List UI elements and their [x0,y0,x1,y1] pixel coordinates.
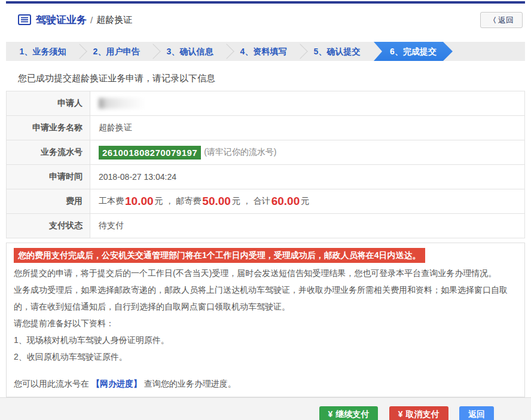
continue-payment-label: 继续支付 [335,409,369,419]
breadcrumb-current: 超龄换证 [96,14,132,26]
success-message: 您已成功提交超龄换证业务申请，请记录以下信息 [6,73,525,84]
progress-status-link[interactable]: 【网办进度】 [91,379,142,388]
return-button-label: 返回 [468,409,485,419]
note-paragraph: 您所提交的申请，将于提交后的一个工作日(不含当天)受理，届时会发送短信告知受理结… [14,265,517,281]
row-label: 支付状态 [7,214,90,238]
breadcrumb-separator: / [90,15,93,25]
serial-number-note: (请牢记你的流水号) [204,147,276,158]
footer-action-bar: ¥继续支付 ¥取消支付 返回 [0,397,531,420]
fee-amount-postage: 50.00 [201,195,232,208]
step-6-complete-submit-active: 6、完成提交 [374,42,453,61]
yuan-icon: ¥ [328,409,333,419]
step-label: 2、用户申告 [93,47,140,56]
note-paragraph: 业务成功受理后，如果选择邮政寄递的，邮政人员将上门送达机动车驾驶证，并收取办理业… [14,281,517,315]
table-row-business-name: 申请业务名称 超龄换证 [7,116,524,140]
step-label: 3、确认信息 [167,47,213,56]
serial-number-badge: 261001808270079197 [99,146,201,160]
row-value [90,91,524,115]
return-button[interactable]: 返回 [459,406,494,420]
application-info-table: 申请人 申请业务名称 超龄换证 业务流水号 261001808270079197… [6,91,525,238]
fee-text: 元 ， 合计 [232,196,270,207]
fee-text: 元 [301,196,309,207]
note-list-item: 2、收回原机动车驾驶证原件。 [14,348,517,365]
table-row-apply-time: 申请时间 2018-08-27 13:04:24 [7,165,524,189]
alert-banner: 您的费用支付完成后，公安机关交通管理部门将在1个工作日内受理，受理成功后，邮政人… [14,248,425,263]
fee-text: 元 ， 邮寄费 [155,196,202,207]
step-4-fill-data: 4、资料填写 [227,42,300,61]
row-value: 261001808270079197 (请牢记你的流水号) [90,140,524,164]
step-3-confirm-info: 3、确认信息 [153,42,227,61]
steps-progress-bar: 1、业务须知 2、用户申告 3、确认信息 4、资料填写 5、确认提交 6、完成提… [6,42,525,61]
row-label: 费用 [7,189,90,213]
table-row-pay-status: 支付状态 待支付 [7,214,524,238]
row-value: 工本费 10.00 元 ， 邮寄费 50.00 元 ， 合计 60.00 元 [90,189,524,213]
progress-query-line: 您可以用此流水号在 【网办进度】 查询您的业务办理进度。 [14,375,517,392]
note-paragraph: 请您提前准备好以下资料： [14,315,517,332]
back-button[interactable]: 〈返回 [480,12,523,28]
yuan-icon: ¥ [398,409,403,419]
fee-text: 工本费 [99,196,124,207]
row-value: 超龄换证 [90,116,524,140]
pay-status-value: 待支付 [90,214,524,238]
page-container: 驾驶证业务 / 超龄换证 〈返回 1、业务须知 2、用户申告 3、确认信息 4、… [6,1,525,397]
fee-amount-total: 60.00 [270,195,301,208]
list-document-icon [18,14,31,25]
step-label: 1、业务须知 [20,47,66,56]
chevron-left-icon: 〈 [489,16,496,24]
table-row-applicant: 申请人 [7,91,524,116]
notice-box: 您的费用支付完成后，公安机关交通管理部门将在1个工作日内受理，受理成功后，邮政人… [6,243,525,397]
cancel-payment-label: 取消支付 [406,409,440,419]
row-label: 申请时间 [7,165,90,189]
row-label: 申请人 [7,91,90,115]
table-row-serial-number: 业务流水号 261001808270079197 (请牢记你的流水号) [7,140,524,165]
step-2-user-declaration: 2、用户申告 [80,42,153,61]
continue-payment-button[interactable]: ¥继续支付 [319,406,379,420]
cancel-payment-button[interactable]: ¥取消支付 [389,406,448,420]
step-1-business-notice: 1、业务须知 [6,42,80,61]
progress-suffix: 查询您的业务办理进度。 [142,379,236,388]
back-button-label: 返回 [498,16,514,24]
applicant-name-redacted [99,98,145,109]
step-5-confirm-submit: 5、确认提交 [300,42,374,61]
table-row-fee: 费用 工本费 10.00 元 ， 邮寄费 50.00 元 ， 合计 60.00 … [7,189,524,214]
row-value: 2018-08-27 13:04:24 [90,165,524,189]
step-label: 5、确认提交 [314,47,361,56]
page-title: 驾驶证业务 [36,13,87,27]
row-label: 业务流水号 [7,140,90,164]
step-label: 6、完成提交 [390,47,437,56]
note-list-item: 1、现场核对机动车驾驶人身份证明原件。 [14,332,517,348]
fee-amount-production: 10.00 [124,195,155,208]
progress-prefix: 您可以用此流水号在 [14,379,91,388]
page-header: 驾驶证业务 / 超龄换证 〈返回 [6,4,525,36]
row-label: 申请业务名称 [7,116,90,140]
step-label: 4、资料填写 [240,47,287,56]
